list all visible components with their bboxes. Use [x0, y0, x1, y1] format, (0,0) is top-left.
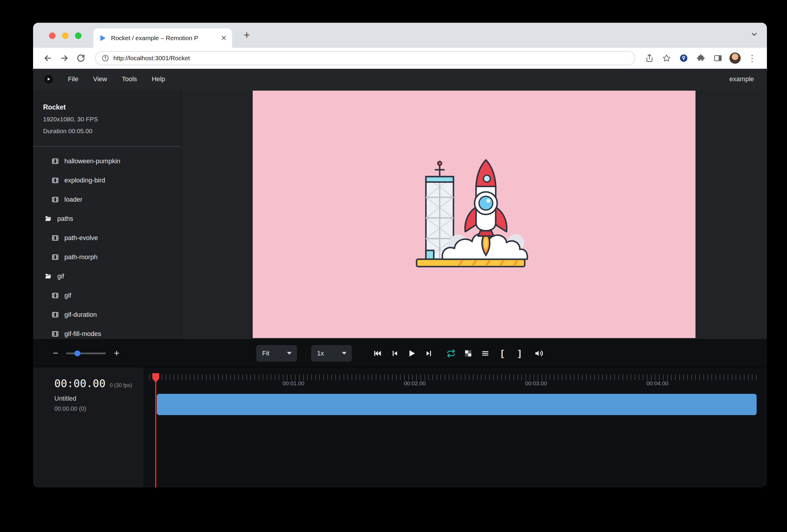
- composition-canvas: [253, 91, 696, 338]
- ruler-label: 00:03.00: [525, 380, 547, 387]
- forward-icon[interactable]: [57, 51, 71, 65]
- previous-frame-button[interactable]: [388, 347, 402, 360]
- sidebar-folder-gif[interactable]: gif: [33, 267, 181, 286]
- sidebar-item-path-morph[interactable]: path-morph: [33, 248, 181, 267]
- chevron-down-icon: [287, 352, 292, 355]
- loop-toggle-icon[interactable]: [444, 347, 458, 360]
- current-frame-label: 0 (30 fps): [109, 382, 132, 388]
- zoom-slider[interactable]: [66, 350, 106, 357]
- remotion-app: File View Tools Help example Rocket 1920…: [33, 69, 767, 487]
- chevron-down-icon: [342, 352, 346, 355]
- browser-menu-icon[interactable]: ⋮: [745, 51, 759, 65]
- browser-tab[interactable]: Rocket / example – Remotion P ✕: [93, 28, 232, 48]
- tab-close-icon[interactable]: ✕: [221, 34, 227, 42]
- site-info-icon[interactable]: [102, 54, 109, 62]
- current-timecode: 00:00.00: [54, 377, 105, 389]
- bookmark-star-icon[interactable]: [659, 51, 674, 65]
- speed-select-value: 1x: [317, 349, 337, 357]
- film-icon: [51, 292, 59, 299]
- timeline-ruler[interactable]: [149, 374, 758, 380]
- jump-to-end-button[interactable]: [422, 347, 436, 360]
- password-manager-extension-icon[interactable]: [677, 51, 691, 65]
- ruler-label: 00:04.00: [646, 380, 668, 387]
- volume-icon[interactable]: [532, 347, 546, 360]
- ruler-label: 00:02.00: [404, 380, 426, 387]
- zoom-slider-track[interactable]: [66, 353, 106, 354]
- sidebar-folder-paths[interactable]: paths: [33, 209, 181, 228]
- extensions-puzzle-icon[interactable]: [694, 51, 708, 65]
- tab-title: Rocket / example – Remotion P: [111, 35, 218, 42]
- window-controls: [49, 33, 82, 39]
- new-tab-button[interactable]: +: [240, 27, 254, 43]
- film-icon: [51, 196, 59, 203]
- composition-specs: 1920x1080, 30 FPS: [43, 115, 173, 123]
- side-panel-icon[interactable]: [711, 51, 725, 65]
- avatar: [729, 52, 741, 64]
- zoom-in-button[interactable]: +: [111, 348, 122, 359]
- url-text: http://localhost:3001/Rocket: [113, 55, 190, 62]
- preview-area: [181, 89, 767, 339]
- zoom-slider-thumb[interactable]: [75, 350, 80, 356]
- sidebar-item-gif[interactable]: gif: [33, 286, 181, 305]
- sidebar-item-loader[interactable]: loader: [33, 190, 181, 209]
- app-menubar: File View Tools Help example: [33, 69, 767, 89]
- jump-to-start-button[interactable]: [371, 347, 384, 360]
- sidebar-item-label: path-morph: [64, 253, 98, 261]
- reload-icon[interactable]: [74, 51, 88, 65]
- sidebar-item-label: paths: [57, 215, 73, 222]
- sidebar-item-gif-duration[interactable]: gif-duration: [33, 305, 181, 324]
- sidebar-item-halloween-pumpkin[interactable]: halloween-pumpkin: [33, 151, 181, 171]
- sidebar-item-path-evolve[interactable]: path-evolve: [33, 228, 181, 248]
- folder-open-icon: [44, 215, 52, 222]
- in-point-button[interactable]: [: [496, 347, 509, 360]
- track-name: Untitled: [54, 395, 144, 402]
- toolbar-actions: ⋮: [642, 51, 759, 65]
- timeline-track-bar[interactable]: [157, 394, 757, 415]
- film-icon: [51, 177, 59, 184]
- playback-controls-bar: − + Fit 1x: [33, 339, 767, 367]
- film-icon: [51, 331, 59, 337]
- track-time: 00:00.00 (0): [54, 405, 144, 412]
- timeline-panel: 00:00.00 0 (30 fps) Untitled 00:00.00 (0…: [33, 367, 767, 487]
- main-area: Rocket 1920x1080, 30 FPS Duration 00:05.…: [33, 89, 767, 339]
- composition-list: halloween-pumpkin exploding-bird loader …: [33, 147, 181, 339]
- close-window-button[interactable]: [49, 33, 56, 39]
- address-bar[interactable]: http://localhost:3001/Rocket: [95, 51, 635, 65]
- back-icon[interactable]: [41, 51, 55, 65]
- playback-speed-select[interactable]: 1x: [311, 345, 352, 362]
- sidebar-item-gif-fill-modes[interactable]: gif-fill-modes: [33, 324, 181, 339]
- zoom-out-button[interactable]: −: [50, 348, 61, 359]
- menu-file[interactable]: File: [68, 75, 78, 83]
- profile-avatar[interactable]: [728, 51, 742, 65]
- sidebar-item-label: path-evolve: [64, 234, 98, 242]
- menu-tools[interactable]: Tools: [122, 75, 137, 83]
- out-point-button[interactable]: ]: [513, 347, 526, 360]
- composition-name: Rocket: [43, 103, 173, 111]
- fit-select-value: Fit: [262, 349, 282, 357]
- menu-view[interactable]: View: [93, 75, 107, 83]
- film-icon: [51, 158, 59, 165]
- zoom-window-button[interactable]: [75, 33, 82, 39]
- transparency-checkerboard-icon[interactable]: [461, 347, 475, 360]
- composition-meta: Rocket 1920x1080, 30 FPS Duration 00:05.…: [33, 89, 181, 135]
- remotion-favicon-icon: [99, 34, 106, 42]
- player-toggles: [ ]: [444, 347, 546, 360]
- play-button[interactable]: [405, 347, 419, 360]
- sidebar-item-label: exploding-bird: [64, 176, 105, 184]
- sidebar-item-label: loader: [64, 196, 82, 204]
- compositions-sidebar: Rocket 1920x1080, 30 FPS Duration 00:05.…: [33, 89, 181, 339]
- timeline-track-area: 00:01.00 00:02.00 00:03.00 00:04.00: [144, 367, 767, 487]
- film-icon: [51, 311, 59, 318]
- sidebar-item-exploding-bird[interactable]: exploding-bird: [33, 171, 181, 190]
- timeline-rows-icon[interactable]: [478, 347, 492, 360]
- sidebar-item-label: gif: [64, 292, 71, 299]
- browser-window: Rocket / example – Remotion P ✕ + http:/…: [33, 23, 767, 487]
- share-icon[interactable]: [642, 51, 657, 65]
- tab-search-chevron-icon[interactable]: [750, 30, 759, 40]
- fit-select[interactable]: Fit: [256, 345, 297, 362]
- menu-help[interactable]: Help: [152, 75, 165, 83]
- sidebar-item-label: gif: [57, 273, 64, 280]
- browser-toolbar: http://localhost:3001/Rocket ⋮: [33, 48, 767, 69]
- minimize-window-button[interactable]: [62, 33, 68, 39]
- playhead-line[interactable]: [155, 375, 156, 487]
